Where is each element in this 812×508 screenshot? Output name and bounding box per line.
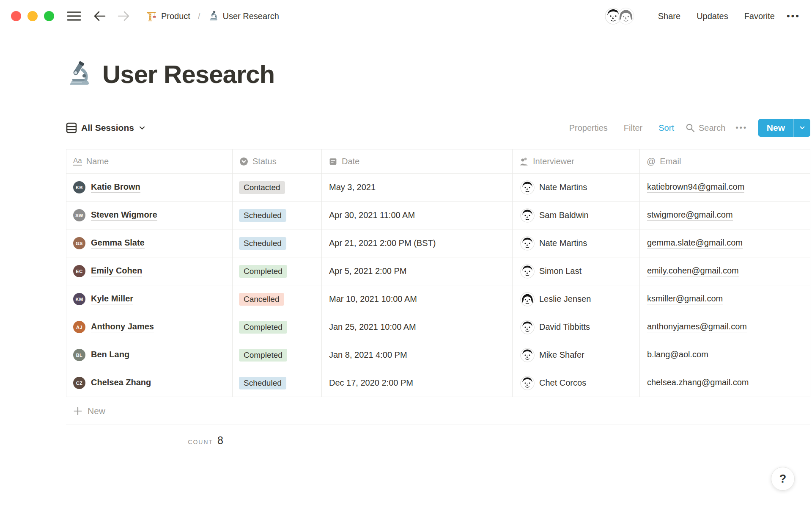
zoom-window-button[interactable] (44, 11, 54, 21)
email-link[interactable]: katiebrown94@gmail.com (647, 182, 744, 193)
interviewer-cell[interactable]: Leslie Jensen (513, 285, 640, 313)
row-page-link[interactable]: Ben Lang (91, 350, 129, 360)
status-cell[interactable]: Scheduled (233, 229, 322, 257)
column-header-email[interactable]: @ Email (640, 149, 810, 174)
row-page-link[interactable]: Anthony James (91, 322, 154, 332)
avatar: EC (73, 265, 85, 277)
column-header-date[interactable]: Date (322, 149, 513, 174)
page-title[interactable]: User Research (102, 60, 274, 89)
add-new-row-button[interactable]: New (66, 397, 810, 425)
email-link[interactable]: b.lang@aol.com (647, 350, 708, 360)
email-link[interactable]: ksmiller@gmail.com (647, 294, 723, 304)
new-button-dropdown[interactable] (793, 119, 810, 137)
interviewer-name: David Tibbitts (539, 322, 590, 332)
avatar: SW (73, 209, 85, 221)
more-options-icon[interactable]: ••• (787, 11, 800, 22)
date-cell[interactable]: Apr 5, 2021 2:00 PM (322, 257, 513, 285)
date-cell[interactable]: Mar 10, 2021 10:00 AM (322, 285, 513, 313)
at-property-icon: @ (647, 156, 656, 166)
table-row: CZ Chelsea Zhang Scheduled Dec 17, 2020 … (66, 369, 810, 397)
new-button[interactable]: New (758, 119, 793, 137)
column-header-status[interactable]: Status (233, 149, 322, 174)
page-icon-microscope[interactable] (66, 58, 93, 91)
email-cell[interactable]: chelsea.zhang@gmail.com (640, 369, 810, 397)
name-cell[interactable]: BL Ben Lang (66, 341, 233, 369)
table-row: BL Ben Lang Completed Jan 8, 2021 4:00 P… (66, 341, 810, 369)
email-link[interactable]: anthonyjames@gmail.com (647, 322, 747, 332)
status-cell[interactable]: Completed (233, 313, 322, 341)
email-cell[interactable]: anthonyjames@gmail.com (640, 313, 810, 341)
row-page-link[interactable]: Katie Brown (91, 182, 140, 193)
count-aggregate[interactable]: COUNT 8 (66, 425, 233, 447)
properties-button[interactable]: Properties (566, 121, 611, 135)
interviewer-cell[interactable]: Nate Martins (513, 174, 640, 202)
email-cell[interactable]: katiebrown94@gmail.com (640, 174, 810, 202)
collaborator-avatar[interactable] (617, 8, 634, 25)
view-more-options-icon[interactable]: ••• (735, 123, 747, 133)
interviewer-name: Leslie Jensen (539, 294, 591, 304)
email-cell[interactable]: stwigmore@gmail.com (640, 202, 810, 229)
updates-button[interactable]: Updates (693, 9, 732, 24)
share-button[interactable]: Share (655, 9, 684, 24)
email-cell[interactable]: ksmiller@gmail.com (640, 285, 810, 313)
column-header-interviewer[interactable]: Interviewer (513, 149, 640, 174)
interviewer-cell[interactable]: Nate Martins (513, 229, 640, 257)
email-cell[interactable]: gemma.slate@gmail.com (640, 229, 810, 257)
breadcrumb-item-product[interactable]: Product (143, 9, 193, 23)
close-window-button[interactable] (11, 11, 21, 21)
status-cell[interactable]: Scheduled (233, 369, 322, 397)
status-badge: Completed (239, 349, 287, 362)
date-cell[interactable]: Dec 17, 2020 2:00 PM (322, 369, 513, 397)
email-cell[interactable]: emily.cohen@gmail.com (640, 257, 810, 285)
collaborator-avatars[interactable] (605, 8, 634, 25)
interviewer-name: Sam Baldwin (539, 210, 589, 220)
table-row: KB Katie Brown Contacted May 3, 2021 Nat… (66, 174, 810, 202)
name-cell[interactable]: KB Katie Brown (66, 174, 233, 202)
back-arrow-icon[interactable] (91, 8, 108, 24)
name-cell[interactable]: CZ Chelsea Zhang (66, 369, 233, 397)
name-cell[interactable]: SW Steven Wigmore (66, 202, 233, 229)
status-cell[interactable]: Contacted (233, 174, 322, 202)
status-cell[interactable]: Completed (233, 257, 322, 285)
breadcrumb-item-user-research[interactable]: User Research (206, 8, 282, 24)
interviewer-cell[interactable]: Sam Baldwin (513, 202, 640, 229)
row-page-link[interactable]: Gemma Slate (91, 238, 145, 248)
favorite-button[interactable]: Favorite (741, 9, 778, 24)
sort-button[interactable]: Sort (655, 121, 678, 135)
column-header-name[interactable]: Aa Name (66, 149, 233, 174)
filter-button[interactable]: Filter (620, 121, 646, 135)
row-page-link[interactable]: Steven Wigmore (91, 210, 157, 221)
interviewer-cell[interactable]: Simon Last (513, 257, 640, 285)
interviewer-cell[interactable]: David Tibbitts (513, 313, 640, 341)
name-cell[interactable]: AJ Anthony James (66, 313, 233, 341)
date-cell[interactable]: May 3, 2021 (322, 174, 513, 202)
name-cell[interactable]: EC Emily Cohen (66, 257, 233, 285)
search-button[interactable]: Search (685, 123, 725, 133)
interviewer-name: Simon Last (539, 266, 582, 276)
table-row: GS Gemma Slate Scheduled Apr 21, 2021 2:… (66, 229, 810, 257)
status-cell[interactable]: Cancelled (233, 285, 322, 313)
forward-arrow-icon[interactable] (115, 8, 132, 24)
row-page-link[interactable]: Emily Cohen (91, 266, 142, 276)
view-switcher[interactable]: All Sessions (66, 121, 148, 135)
row-page-link[interactable]: Kyle Miller (91, 294, 133, 304)
interviewer-cell[interactable]: Mike Shafer (513, 341, 640, 369)
sidebar-menu-icon[interactable] (65, 8, 83, 24)
date-cell[interactable]: Jan 25, 2021 10:00 AM (322, 313, 513, 341)
row-page-link[interactable]: Chelsea Zhang (91, 378, 151, 388)
status-cell[interactable]: Completed (233, 341, 322, 369)
date-cell[interactable]: Apr 21, 2021 2:00 PM (BST) (322, 229, 513, 257)
email-link[interactable]: stwigmore@gmail.com (647, 210, 733, 221)
help-button[interactable]: ? (771, 467, 795, 491)
date-cell[interactable]: Apr 30, 2021 11:00 AM (322, 202, 513, 229)
interviewer-cell[interactable]: Chet Corcos (513, 369, 640, 397)
email-link[interactable]: emily.cohen@gmail.com (647, 266, 739, 276)
email-cell[interactable]: b.lang@aol.com (640, 341, 810, 369)
name-cell[interactable]: KM Kyle Miller (66, 285, 233, 313)
date-cell[interactable]: Jan 8, 2021 4:00 PM (322, 341, 513, 369)
email-link[interactable]: gemma.slate@gmail.com (647, 238, 743, 248)
email-link[interactable]: chelsea.zhang@gmail.com (647, 378, 749, 388)
minimize-window-button[interactable] (27, 11, 38, 21)
status-cell[interactable]: Scheduled (233, 202, 322, 229)
name-cell[interactable]: GS Gemma Slate (66, 229, 233, 257)
